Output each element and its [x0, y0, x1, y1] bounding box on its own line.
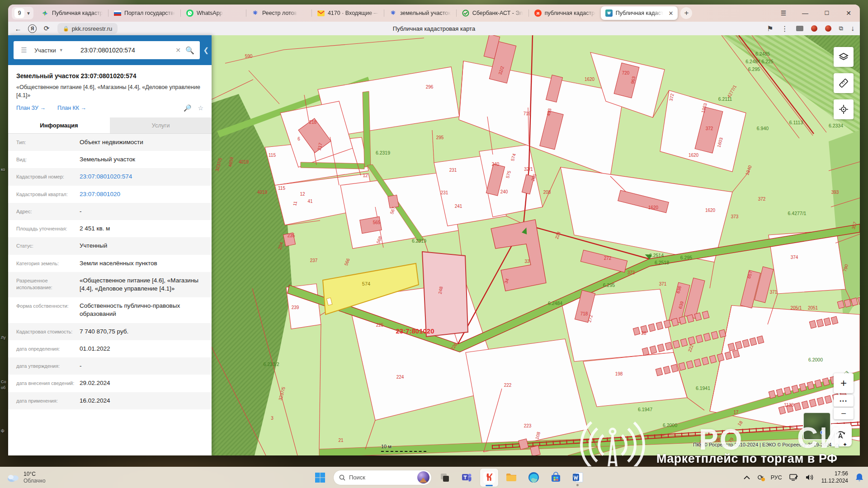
- map-parcel-label: 6.2000: [663, 422, 677, 428]
- word-icon: [572, 472, 584, 483]
- browser-tab[interactable]: Япубличная кадастро: [530, 6, 600, 20]
- yandex-mail-icon: [317, 9, 325, 17]
- map-shape: [583, 352, 687, 407]
- field-row: дата внесения сведений:29.02.2024: [8, 375, 212, 392]
- close-tab-icon[interactable]: ✕: [668, 10, 673, 17]
- more-menu-icon[interactable]: ⋮: [781, 24, 788, 33]
- bookmark-icon[interactable]: ⚑: [767, 24, 773, 33]
- tab-overflow-group[interactable]: 9 ▼: [12, 7, 33, 19]
- browser-tab[interactable]: Сбербанк-АСТ - Эле: [458, 6, 528, 20]
- pen-display-icon[interactable]: [789, 474, 798, 481]
- start-button[interactable]: [311, 469, 329, 487]
- more-tools-button[interactable]: •••: [834, 395, 854, 407]
- chevron-down-icon: ▼: [59, 48, 63, 52]
- speaker-icon[interactable]: [806, 474, 814, 481]
- taskbar-clock[interactable]: 17:56 11.12.2024: [821, 470, 848, 484]
- edge-browser-button[interactable]: [524, 469, 542, 487]
- taskbar-search[interactable]: Поиск: [333, 470, 432, 485]
- map-parcel-label: 6.295: [680, 255, 692, 260]
- tab-services[interactable]: Услуги: [110, 117, 212, 133]
- plan-kk-link[interactable]: План КК →: [57, 105, 86, 111]
- menu-icon[interactable]: ☰: [17, 46, 31, 54]
- cadastral-map[interactable]: 5902962186217295719720963162049332/23721…: [212, 35, 860, 455]
- url-text[interactable]: pkk.rosreestr.ru: [72, 25, 113, 32]
- clock-time: 17:56: [821, 470, 848, 478]
- refresh-icon[interactable]: ⟳: [40, 23, 53, 34]
- search-icon[interactable]: 🔍: [184, 46, 196, 55]
- layers-button[interactable]: [834, 47, 854, 67]
- desktop-label-fragment: об: [1, 385, 5, 390]
- yandex-home-icon[interactable]: Я: [28, 24, 37, 33]
- back-icon[interactable]: ←: [12, 23, 24, 34]
- search-category-select[interactable]: Участки ▼: [31, 47, 80, 54]
- browser-tab[interactable]: 4170 · Входящие — Я: [313, 6, 383, 20]
- plan-zu-link[interactable]: План ЗУ →: [16, 105, 46, 111]
- extension-red-1-icon[interactable]: [811, 25, 817, 32]
- tab-label: Сбербанк-АСТ - Эле: [472, 10, 523, 16]
- compass-rose-icon[interactable]: ✦: [843, 441, 847, 448]
- maximize-button[interactable]: ☐: [823, 10, 831, 16]
- tray-expand-icon[interactable]: [744, 475, 750, 479]
- browser-tab[interactable]: Реестр лотов: [247, 6, 311, 20]
- task-view-button[interactable]: [436, 469, 454, 487]
- sync-status-icon[interactable]: ⟳: [757, 473, 763, 482]
- close-button[interactable]: ✕: [844, 9, 853, 17]
- teams-app-button[interactable]: [458, 469, 476, 487]
- collections-icon[interactable]: ⧉: [839, 25, 843, 32]
- measure-button[interactable]: [834, 73, 854, 93]
- folder-icon: [505, 472, 517, 483]
- field-row: Адрес:-: [8, 203, 212, 220]
- ms-store-button[interactable]: [547, 469, 565, 487]
- field-value[interactable]: 23:07:0801020:574: [80, 173, 203, 181]
- state-eagle-icon: [390, 9, 397, 17]
- new-tab-button[interactable]: +: [680, 7, 692, 19]
- zoom-to-object-icon[interactable]: 🔎: [184, 104, 191, 112]
- map-parcel-label: 21: [338, 438, 344, 443]
- tab-strip: Публичная кадастроПортал государственWha…: [37, 6, 678, 20]
- browser-tab[interactable]: WhatsApp: [182, 6, 245, 20]
- favorite-star-icon[interactable]: ☆: [198, 104, 203, 112]
- zoom-out-button[interactable]: −: [834, 408, 854, 419]
- collapse-panel-icon[interactable]: ❮: [203, 46, 209, 54]
- map-parcel-label: 371: [659, 282, 667, 286]
- browser-tab-active[interactable]: Публичная кадаст✕: [601, 6, 678, 20]
- taskbar-center: Поиск: [311, 467, 587, 488]
- word-app-button[interactable]: [569, 469, 587, 487]
- browser-tab[interactable]: Портал государствен: [109, 6, 179, 20]
- download-icon[interactable]: ↓: [851, 24, 854, 33]
- search-input[interactable]: [80, 46, 172, 54]
- teams-icon: [462, 472, 472, 483]
- tab-overflow-count[interactable]: 9: [14, 8, 24, 18]
- field-value: 7 740 870,75 руб.: [80, 328, 203, 336]
- browser-tab[interactable]: земельный участок: [385, 6, 455, 20]
- extension-adguard-icon[interactable]: [796, 26, 803, 31]
- file-explorer-button[interactable]: [502, 469, 520, 487]
- zoom-in-button[interactable]: +: [834, 373, 854, 393]
- locate-button[interactable]: [834, 99, 854, 119]
- chevron-down-icon[interactable]: ▼: [26, 11, 31, 16]
- tab-information[interactable]: Информация: [8, 117, 110, 133]
- cloud-icon: [6, 473, 20, 483]
- field-value[interactable]: 23:07:0801020: [80, 190, 203, 198]
- field-label: Разрешенное использование:: [16, 277, 80, 291]
- field-row: Статус:Учтенный: [8, 237, 212, 254]
- address-bar[interactable]: 🔒 pkk.rosreestr.ru: [57, 23, 118, 34]
- browser-tab[interactable]: Публичная кадастро: [37, 6, 107, 20]
- tab-label: WhatsApp: [197, 10, 223, 16]
- clear-search-icon[interactable]: ✕: [172, 47, 184, 54]
- browser-menu-icon[interactable]: ☰: [779, 9, 788, 17]
- taskbar-weather-widget[interactable]: 10°C Облачно: [6, 471, 106, 484]
- language-indicator[interactable]: РУС: [771, 474, 782, 481]
- map-parcel-label: 6.295: [603, 282, 615, 288]
- map-canvas[interactable]: 5902962186217295719720963162049332/23721…: [212, 35, 860, 455]
- minimize-button[interactable]: —: [801, 9, 809, 17]
- notification-bell-icon[interactable]: [855, 473, 863, 482]
- toolbar-right-icons: ⚑ ⋮ ⧉ ↓: [767, 24, 854, 33]
- extension-red-2-icon[interactable]: [825, 25, 831, 32]
- map-shape: [422, 252, 468, 337]
- field-value: 29.02.2024: [80, 379, 203, 387]
- field-value: 16.02.2024: [80, 397, 203, 405]
- yandex-browser-button[interactable]: [480, 469, 498, 487]
- map-parcel-label: 296: [426, 84, 434, 89]
- map-parcel-label: 371: [770, 290, 778, 295]
